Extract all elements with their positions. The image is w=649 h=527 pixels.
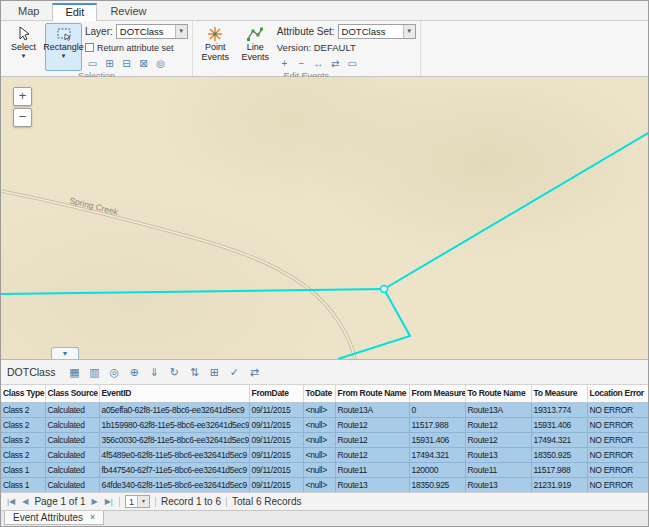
rectangle-select-button[interactable]: Rectangle ▾ [45, 23, 82, 71]
table-cell[interactable]: 21231.919 [531, 477, 587, 492]
route-event-line-south[interactable] [338, 289, 410, 359]
table-cell[interactable]: Calculated [45, 402, 99, 417]
zoom-out-button[interactable]: − [13, 108, 32, 127]
column-header-class-type[interactable]: Class Type [1, 385, 45, 402]
table-cell[interactable]: Route13A [335, 402, 409, 417]
table-cell[interactable]: 11517.988 [531, 462, 587, 477]
table-row[interactable]: Class 2Calculated1b159980-62f8-11e5-8bc6… [1, 417, 648, 432]
show-all-records-icon[interactable]: ▦ [65, 364, 83, 381]
table-cell[interactable]: 18350.925 [409, 477, 465, 492]
table-cell[interactable]: 11517.988 [409, 417, 465, 432]
first-page-button[interactable]: |◀ [6, 498, 16, 506]
table-cell[interactable]: Class 2 [1, 432, 45, 447]
remove-from-selection-icon[interactable]: ⊟ [119, 57, 134, 71]
table-cell[interactable]: 09/11/2015 [249, 432, 303, 447]
table-cell[interactable]: Class 1 [1, 462, 45, 477]
table-cell[interactable]: NO ERROR [587, 462, 648, 477]
table-cell[interactable]: Class 1 [1, 477, 45, 492]
table-cell[interactable]: Class 2 [1, 447, 45, 462]
table-cell[interactable]: Route12 [335, 432, 409, 447]
layer-select[interactable]: DOTClass ▼ [116, 24, 188, 39]
table-cell[interactable]: Route12 [465, 417, 531, 432]
tab-event-attributes[interactable]: Event Attributes × [4, 511, 104, 525]
table-cell[interactable]: Route12 [335, 447, 409, 462]
table-cell[interactable]: 09/11/2015 [249, 402, 303, 417]
close-icon[interactable]: × [90, 513, 95, 522]
show-selected-records-icon[interactable]: ▥ [85, 364, 103, 381]
table-cell[interactable]: <null> [303, 432, 335, 447]
table-cell[interactable]: Calculated [45, 477, 99, 492]
merge-events-icon[interactable]: ⇄ [328, 57, 343, 71]
column-header-to-route-name[interactable]: To Route Name [465, 385, 531, 402]
column-header-from-measure[interactable]: From Measure [409, 385, 465, 402]
save-edits-icon[interactable]: ⇓ [145, 364, 163, 381]
table-cell[interactable]: 15931.406 [409, 432, 465, 447]
table-row[interactable]: Class 1Calculatedfb447540-62f7-11e5-8bc6… [1, 462, 648, 477]
table-cell[interactable]: 64fde340-62f8-11e5-8bc6-ee32641d5ec9 [99, 477, 249, 492]
table-cell[interactable]: Route11 [335, 462, 409, 477]
table-cell[interactable]: Route13 [465, 477, 531, 492]
add-event-icon[interactable]: + [277, 57, 292, 71]
table-cell[interactable]: <null> [303, 402, 335, 417]
column-header-location-error[interactable]: Location Error [587, 385, 648, 402]
next-page-button[interactable]: ▶ [91, 498, 99, 506]
table-cell[interactable]: 15931.406 [531, 417, 587, 432]
table-cell[interactable]: <null> [303, 462, 335, 477]
table-cell[interactable]: 120000 [409, 462, 465, 477]
table-cell[interactable]: 19313.774 [531, 402, 587, 417]
route-event-line-northeast[interactable] [384, 132, 648, 289]
table-cell[interactable]: Route11 [465, 462, 531, 477]
table-cell[interactable]: 09/11/2015 [249, 417, 303, 432]
table-cell[interactable]: Calculated [45, 462, 99, 477]
table-cell[interactable]: Calculated [45, 432, 99, 447]
table-cell[interactable]: Route13 [465, 447, 531, 462]
clear-selection-icon[interactable]: ⊠ [136, 57, 151, 71]
column-header-from-route-name[interactable]: From Route Name [335, 385, 409, 402]
pan-to-record-icon[interactable]: ⊕ [125, 364, 143, 381]
table-cell[interactable]: 0 [409, 402, 465, 417]
table-cell[interactable]: NO ERROR [587, 417, 648, 432]
redefine-event-icon[interactable]: ▭ [345, 57, 360, 71]
table-cell[interactable]: NO ERROR [587, 447, 648, 462]
table-cell[interactable]: <null> [303, 477, 335, 492]
add-to-selection-icon[interactable]: ⊞ [102, 57, 117, 71]
table-cell[interactable]: 356c0030-62f8-11e5-8bc6-ee32641d5ec9 [99, 432, 249, 447]
table-cell[interactable]: 1b159980-62f8-11e5-8bc6-ee32641d5ec9 [99, 417, 249, 432]
point-events-button[interactable]: Point Events [197, 23, 234, 71]
table-cell[interactable]: 18350.925 [531, 447, 587, 462]
column-header-to-measure[interactable]: To Measure [531, 385, 587, 402]
table-cell[interactable]: 09/11/2015 [249, 477, 303, 492]
sort-records-icon[interactable]: ⇅ [185, 364, 203, 381]
zoom-to-record-icon[interactable]: ◎ [105, 364, 123, 381]
tab-review[interactable]: Review [97, 2, 159, 20]
tab-map[interactable]: Map [5, 2, 52, 20]
table-cell[interactable]: NO ERROR [587, 432, 648, 447]
apply-attribute-set-icon[interactable]: ✓ [225, 364, 243, 381]
panel-collapse-toggle[interactable]: ▼ [51, 347, 79, 359]
table-row[interactable]: Class 2Calculated356c0030-62f8-11e5-8bc6… [1, 432, 648, 447]
route-junction-vertex[interactable] [381, 286, 388, 293]
table-cell[interactable]: a05effa0-62f8-11e5-8bc6-ee32641d5ec9 [99, 402, 249, 417]
field-options-icon[interactable]: ⊞ [205, 364, 223, 381]
route-event-line-west[interactable] [1, 289, 384, 294]
table-cell[interactable]: NO ERROR [587, 477, 648, 492]
table-cell[interactable]: Class 2 [1, 417, 45, 432]
table-cell[interactable]: 17494.321 [409, 447, 465, 462]
refresh-records-icon[interactable]: ↻ [165, 364, 183, 381]
column-header-fromdate[interactable]: FromDate [249, 385, 303, 402]
table-cell[interactable]: Class 2 [1, 402, 45, 417]
zoom-to-selection-icon[interactable]: ◎ [153, 57, 168, 71]
table-cell[interactable]: Route13 [335, 477, 409, 492]
table-row[interactable]: Class 2Calculated4f5489e0-62f8-11e5-8bc6… [1, 447, 648, 462]
column-layout-icon[interactable]: ⇄ [245, 364, 263, 381]
table-cell[interactable]: 09/11/2015 [249, 447, 303, 462]
map-canvas[interactable]: Spring Creek + − ▼ [1, 77, 648, 359]
table-row[interactable]: Class 1Calculated64fde340-62f8-11e5-8bc6… [1, 477, 648, 492]
line-events-button[interactable]: Line Events [237, 23, 274, 71]
split-event-icon[interactable]: ↔ [311, 57, 326, 71]
table-cell[interactable]: <null> [303, 417, 335, 432]
page-select[interactable]: 1 ▾ [125, 495, 150, 508]
column-header-eventid[interactable]: EventID [99, 385, 249, 402]
table-row[interactable]: Class 2Calculateda05effa0-62f8-11e5-8bc6… [1, 402, 648, 417]
table-cell[interactable]: Calculated [45, 417, 99, 432]
